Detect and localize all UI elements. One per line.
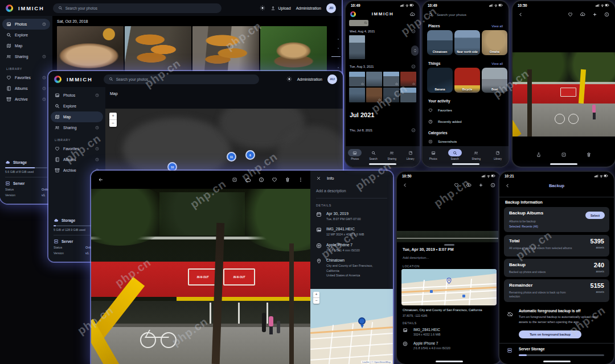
share-icon[interactable] <box>536 152 542 158</box>
favorite-heart-icon[interactable] <box>272 177 277 183</box>
thing-card[interactable]: Boat <box>482 68 507 93</box>
photo-thumbnail[interactable] <box>400 88 416 102</box>
photo-thumbnail[interactable] <box>260 26 327 71</box>
select-albums-button[interactable]: Select <box>585 212 605 219</box>
immich-logo-icon[interactable] <box>54 76 62 83</box>
sidebar-item-archive[interactable]: Archive <box>2 94 50 105</box>
timeline-scrubber[interactable] <box>411 46 419 56</box>
upload-cloud-icon[interactable] <box>466 182 472 188</box>
camera-icon <box>403 341 408 346</box>
favorite-heart-icon[interactable] <box>454 183 459 188</box>
sidebar-item-favorites[interactable]: Favorites <box>51 143 103 154</box>
photo-thumbnail[interactable] <box>57 26 124 71</box>
upload-cloud-icon[interactable] <box>580 11 585 17</box>
photo-thumbnail[interactable] <box>125 26 191 71</box>
archive-icon[interactable] <box>561 152 567 158</box>
photo-thumbnail[interactable] <box>366 88 382 102</box>
more-options-icon[interactable] <box>298 177 304 183</box>
recently-added-row[interactable]: Recently added <box>428 119 503 124</box>
photo-image[interactable] <box>512 52 615 136</box>
nav-library[interactable]: Library <box>401 149 420 167</box>
info-icon[interactable] <box>259 177 264 183</box>
sidebar-item-map[interactable]: Map <box>51 111 103 122</box>
photo-thumbnail[interactable] <box>383 72 399 86</box>
sidebar-item-albums[interactable]: Albums <box>2 83 50 94</box>
back-icon[interactable] <box>518 12 523 17</box>
location-map[interactable] <box>401 269 497 305</box>
theme-toggle-icon[interactable] <box>286 76 292 82</box>
delete-icon[interactable] <box>586 152 592 158</box>
select-all-icon[interactable] <box>411 128 416 133</box>
immich-logo-icon[interactable] <box>6 5 13 12</box>
info-icon[interactable] <box>604 12 609 17</box>
place-card[interactable]: Chinatown <box>427 30 453 55</box>
nav-library[interactable]: Library <box>487 149 509 167</box>
back-icon[interactable] <box>98 177 104 183</box>
nav-photos[interactable]: Photos <box>346 149 364 167</box>
sheet-drag-handle[interactable] <box>444 244 454 246</box>
backup-cloud-icon[interactable] <box>409 11 415 17</box>
map-cluster-marker[interactable]: 11 <box>227 152 236 162</box>
description-input[interactable]: Add a description <box>316 185 387 198</box>
administration-link[interactable]: Administration <box>297 77 322 81</box>
sidebar-item-favorites[interactable]: Favorites <box>2 72 50 83</box>
add-to-album-icon[interactable] <box>592 12 597 17</box>
map-attribution[interactable]: Leaflet | © OpenStreetMap <box>361 361 392 363</box>
location-map[interactable]: + − Leaflet | © OpenStreetMap <box>310 289 393 364</box>
photo-thumbnail[interactable] <box>383 88 399 102</box>
nav-photos[interactable]: Photos <box>423 149 444 167</box>
sidebar-item-map[interactable]: Map <box>2 40 50 51</box>
favorite-heart-icon[interactable] <box>568 12 573 17</box>
photo-thumbnail[interactable] <box>349 88 365 102</box>
search-input[interactable]: Search your photos <box>104 75 259 84</box>
search-input[interactable]: Search your photos <box>423 9 509 20</box>
description-input[interactable]: Add description... <box>403 256 429 259</box>
turn-on-foreground-backup-button[interactable]: Turn on foreground backup <box>519 330 581 338</box>
places-view-all-link[interactable]: View all <box>491 24 503 28</box>
administration-link[interactable]: Administration <box>296 6 321 10</box>
thing-card[interactable]: Bicycle <box>454 68 480 93</box>
zoom-out-button[interactable]: − <box>109 120 117 127</box>
upload-button[interactable]: Upload <box>270 6 290 11</box>
close-icon[interactable] <box>316 176 321 181</box>
back-icon[interactable] <box>505 183 510 188</box>
photo-thumbnail[interactable] <box>192 26 259 71</box>
sidebar-item-sharing[interactable]: Sharing <box>2 51 50 62</box>
thing-card[interactable]: Banana <box>427 68 453 93</box>
things-view-all-link[interactable]: View all <box>491 62 503 65</box>
zoom-out-button[interactable]: − <box>313 298 319 304</box>
sidebar-item-explore[interactable]: Explore <box>51 101 103 111</box>
place-card[interactable]: Near north side <box>454 30 480 55</box>
select-all-icon[interactable] <box>411 64 416 69</box>
photo-thumbnail[interactable] <box>366 72 382 86</box>
photo-viewer-image[interactable]: IN-N-OUT IN-N-OUT <box>91 189 310 364</box>
favorites-row[interactable]: Favorites <box>428 108 503 113</box>
search-input[interactable]: Search your photos <box>53 3 222 13</box>
zoom-in-button[interactable]: + <box>109 113 117 120</box>
photo-strip[interactable] <box>397 231 501 242</box>
user-avatar[interactable]: JD <box>326 3 336 13</box>
theme-toggle-icon[interactable] <box>260 5 265 11</box>
detail-location-row[interactable]: Chinatown City and County of San Francis… <box>316 258 387 278</box>
sidebar-item-albums[interactable]: Albums <box>51 154 103 165</box>
photo-thumbnail[interactable] <box>349 72 365 86</box>
download-cloud-icon[interactable] <box>245 177 251 183</box>
info-icon[interactable] <box>490 183 495 188</box>
photo-thumbnail[interactable] <box>349 35 365 59</box>
photo-thumbnail[interactable] <box>400 72 416 86</box>
user-avatar[interactable]: AU <box>327 75 337 84</box>
back-icon[interactable] <box>403 183 408 188</box>
sidebar-item-photos[interactable]: Photos <box>51 90 103 101</box>
sidebar-item-sharing[interactable]: Sharing <box>51 122 103 133</box>
select-all-icon[interactable] <box>411 29 416 34</box>
delete-icon[interactable] <box>285 177 290 183</box>
motion-photo-icon[interactable] <box>232 177 237 183</box>
place-card[interactable]: Omaha <box>482 30 507 55</box>
screenshots-row[interactable]: Screenshots <box>428 139 503 144</box>
loading-thumbnail[interactable] <box>349 20 368 26</box>
sidebar-item-explore[interactable]: Explore <box>2 30 50 40</box>
map-cluster-marker[interactable]: 6 <box>245 150 255 160</box>
sidebar-item-photos[interactable]: Photos <box>2 19 50 30</box>
add-to-album-icon[interactable] <box>478 183 483 188</box>
zoom-in-button[interactable]: + <box>313 292 319 298</box>
